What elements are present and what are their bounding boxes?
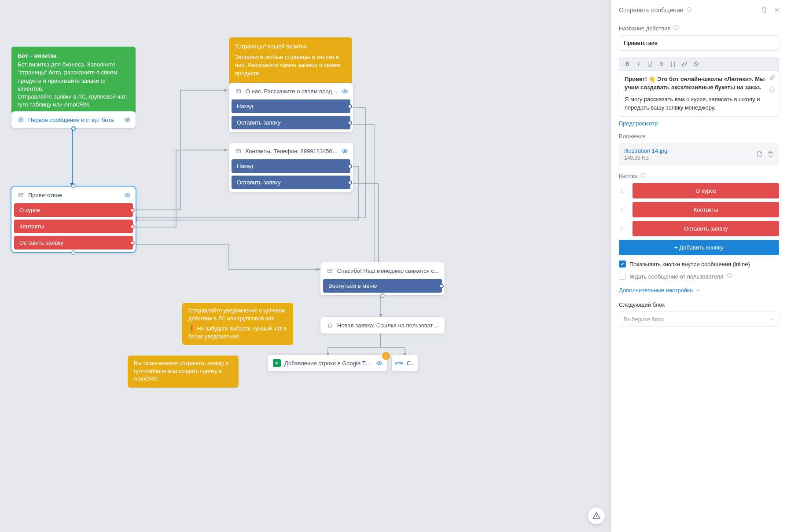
- eye-icon[interactable]: [342, 148, 348, 154]
- svg-point-7: [344, 150, 346, 151]
- amocrm-icon: amo: [395, 359, 403, 367]
- next-block-select[interactable]: Выберите блок: [619, 312, 779, 327]
- info-icon[interactable]: [673, 25, 679, 32]
- emoji-icon[interactable]: [769, 87, 775, 95]
- svg-point-1: [127, 119, 128, 120]
- block-gsheet[interactable]: Добавление строки в Google Таблицу !: [268, 355, 387, 371]
- attachment-size: 148.26 KB: [624, 155, 752, 161]
- drag-handle[interactable]: [619, 208, 625, 212]
- greeting-btn-course[interactable]: О курсе: [14, 203, 133, 217]
- wait-check-label: Ждать сообщение от пользователя: [629, 273, 723, 280]
- delete-attachment-button[interactable]: [767, 150, 774, 158]
- greeting-btn-contacts[interactable]: Контакты: [14, 220, 133, 233]
- svg-point-5: [344, 90, 346, 92]
- drag-handle[interactable]: [619, 189, 625, 193]
- svg-point-10: [379, 362, 380, 363]
- note-save: Вы также можете сохранить заявку в гугл-…: [128, 356, 239, 388]
- block-thanks[interactable]: Спасибо! Наш менеджер свяжется с... Верн…: [320, 262, 445, 295]
- add-button[interactable]: + Добавить кнопку: [619, 240, 779, 255]
- mail-icon: [234, 147, 242, 155]
- block-notify-label: Новая заявка! Ссылка на пользовате...: [337, 322, 439, 329]
- panel-btn-contacts[interactable]: Контакты: [633, 202, 779, 217]
- link-button[interactable]: [679, 59, 690, 69]
- note-intro: Бот – визитка Бот-визитка для бизнеса. З…: [11, 47, 136, 114]
- name-label: Название действия: [619, 25, 670, 32]
- code-button[interactable]: { }: [668, 59, 678, 69]
- info-icon[interactable]: [640, 172, 646, 180]
- eye-icon[interactable]: [342, 88, 348, 94]
- block-amo[interactable]: amo С...: [392, 355, 418, 371]
- inline-checkbox[interactable]: [619, 260, 626, 268]
- contacts-btn-back[interactable]: Назад: [232, 159, 350, 173]
- message-icon: [17, 116, 25, 124]
- settings-panel: Отправить сообщение Название действия B …: [611, 0, 787, 532]
- delete-button[interactable]: [761, 6, 768, 14]
- message-editor[interactable]: B I U S { } Привет! 👋 Это бот онлайн-шко…: [619, 57, 779, 117]
- attachment-name[interactable]: Illustration 14.jpg: [624, 147, 752, 154]
- block-greeting[interactable]: Приветствие О курсе Контакты Оставить за…: [11, 187, 136, 252]
- preview-link[interactable]: Предпросмотр: [619, 120, 658, 127]
- panel-btn-request[interactable]: Оставить заявку: [633, 221, 779, 236]
- bold-button[interactable]: B: [622, 59, 633, 69]
- wait-checkbox[interactable]: [619, 273, 626, 280]
- mail-icon: [326, 267, 334, 275]
- note-intro-title: Бот – визитка: [18, 52, 129, 60]
- block-contacts-label: Контакты. Телефон: 89991234567 Наш адре.…: [246, 148, 338, 154]
- eye-icon[interactable]: [125, 192, 130, 198]
- alert-badge-icon: !: [382, 352, 390, 360]
- svg-point-3: [127, 194, 128, 195]
- mail-icon: [234, 87, 242, 95]
- bell-icon: [326, 321, 334, 329]
- underline-button[interactable]: U: [645, 59, 655, 69]
- mail-icon: [17, 191, 25, 199]
- file-icon[interactable]: [756, 150, 763, 158]
- panel-title: Отправить сообщение: [619, 7, 684, 14]
- gsheet-icon: [273, 359, 281, 367]
- panel-btn-course[interactable]: О курсе: [633, 183, 779, 198]
- attachments-label: Вложения: [619, 133, 646, 139]
- block-thanks-label: Спасибо! Наш менеджер свяжется с...: [337, 268, 439, 274]
- drag-handle[interactable]: [619, 227, 625, 231]
- info-icon[interactable]: [686, 7, 692, 14]
- block-gsheet-label: Добавление строки в Google Таблицу: [284, 360, 373, 367]
- buttons-label: Кнопки: [619, 173, 637, 180]
- eye-icon[interactable]: [376, 360, 382, 366]
- attach-icon[interactable]: [769, 74, 775, 83]
- eye-icon[interactable]: [125, 117, 130, 123]
- svg-point-14: [770, 88, 775, 92]
- greeting-btn-request[interactable]: Оставить заявку: [14, 236, 133, 249]
- attachment-row: Illustration 14.jpg 148.26 KB: [619, 143, 779, 165]
- about-btn-request[interactable]: Оставить заявку: [232, 116, 350, 129]
- block-about-label: О нас. Расскажите о своем продукте. Вы..…: [246, 88, 338, 95]
- note-intro-body: Бот-визитка для бизнеса. Заполните "стра…: [18, 61, 129, 109]
- block-start[interactable]: Первое сообщение и старт бота: [11, 111, 136, 128]
- inline-check-label: Показывать кнопки внутри сообщения (inli…: [629, 261, 750, 268]
- next-block-label: Следующий блок: [619, 301, 665, 308]
- contacts-btn-request[interactable]: Оставить заявку: [232, 176, 350, 189]
- about-btn-back[interactable]: Назад: [232, 99, 350, 113]
- block-notify[interactable]: Новая заявка! Ссылка на пользовате...: [320, 317, 445, 334]
- close-button[interactable]: [774, 7, 780, 14]
- block-start-label: Первое сообщение и старт бота: [28, 117, 121, 123]
- info-icon[interactable]: [727, 273, 732, 280]
- thanks-btn-menu[interactable]: Вернуться в меню: [323, 279, 442, 293]
- advanced-toggle[interactable]: Дополнительные настройки: [619, 287, 779, 294]
- block-greeting-label: Приветствие: [28, 192, 121, 198]
- block-about[interactable]: О нас. Расскажите о своем продукте. Вы..…: [229, 83, 353, 132]
- action-name-input[interactable]: [619, 35, 779, 51]
- strike-button[interactable]: S: [656, 59, 667, 69]
- block-amo-label: С...: [407, 360, 415, 367]
- block-contacts[interactable]: Контакты. Телефон: 89991234567 Наш адре.…: [229, 143, 353, 192]
- help-button[interactable]: [588, 507, 605, 524]
- italic-button[interactable]: I: [633, 59, 644, 69]
- clear-format-button[interactable]: [691, 59, 701, 69]
- note-notify: Отправляйте уведомление о целевом действ…: [182, 303, 293, 345]
- chevron-down-icon: [769, 317, 774, 322]
